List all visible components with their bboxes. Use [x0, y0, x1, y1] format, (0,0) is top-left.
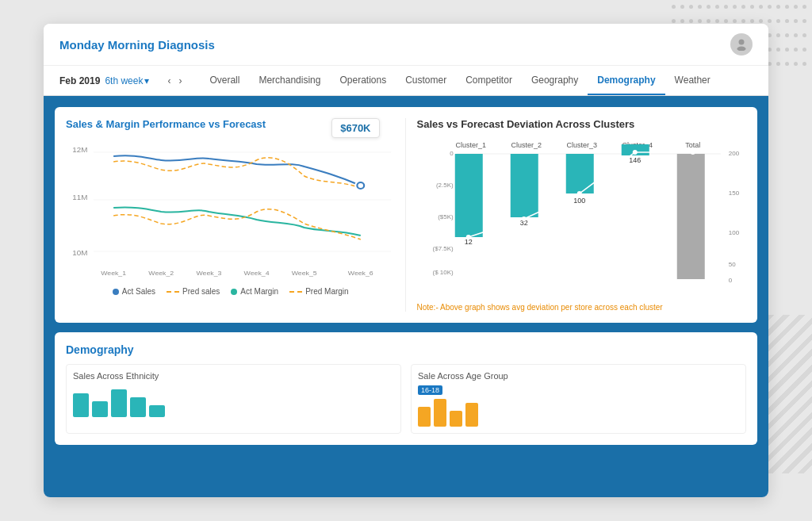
legend-pred-sales: Pred sales — [167, 287, 220, 296]
tab-demography[interactable]: Demography — [588, 66, 665, 95]
bottom-section: Demography Sales Across Ethnicity Sale A… — [55, 332, 757, 445]
svg-point-45 — [690, 150, 695, 155]
svg-text:Cluster_2: Cluster_2 — [511, 141, 542, 149]
tab-customer[interactable]: Customer — [396, 66, 456, 95]
main-card: Monday Morning Diagnosis Feb 2019 6th we… — [44, 24, 768, 497]
svg-text:Week_2: Week_2 — [148, 269, 174, 277]
svg-point-41 — [465, 235, 470, 239]
line-chart-svg: 12M 11M 10M Week_1 Week_2 Week_3 Week_4 … — [66, 136, 396, 279]
content-area: Sales & Margin Performance vs Forecast $… — [44, 96, 768, 497]
svg-text:Week_3: Week_3 — [196, 269, 221, 277]
svg-text:(2.5K): (2.5K) — [435, 182, 453, 189]
bottom-charts-row: Sales Across Ethnicity Sale Across Age G… — [66, 364, 746, 434]
svg-text:146: 146 — [629, 156, 641, 164]
tab-merchandising[interactable]: Merchandising — [249, 66, 330, 95]
date-label: Feb 2019 — [59, 75, 100, 86]
legend-pred-margin: Pred Margin — [289, 287, 348, 296]
svg-text:100: 100 — [728, 229, 739, 236]
svg-text:10M: 10M — [72, 248, 87, 256]
avatar[interactable] — [730, 33, 753, 56]
svg-text:($5K): ($5K) — [438, 213, 454, 220]
svg-text:12M: 12M — [72, 145, 87, 153]
svg-text:Week_5: Week_5 — [292, 269, 317, 277]
legend-act-sales: Act Sales — [113, 287, 155, 296]
age-bars — [418, 395, 739, 427]
right-chart: Sales vs Forecast Deviation Across Clust… — [405, 118, 747, 312]
date-filter: Feb 2019 6th week ▾ — [59, 75, 149, 86]
nav-arrows: ‹ › — [165, 74, 184, 88]
svg-rect-32 — [454, 154, 482, 237]
svg-text:11M: 11M — [72, 193, 87, 201]
svg-text:0: 0 — [728, 277, 732, 284]
legend-act-margin: Act Margin — [231, 287, 278, 296]
tab-weather[interactable]: Weather — [665, 66, 720, 95]
prev-arrow[interactable]: ‹ — [165, 74, 173, 88]
ethnicity-bars — [73, 385, 394, 417]
svg-rect-36 — [565, 154, 593, 193]
svg-text:Cluster_1: Cluster_1 — [455, 141, 486, 149]
nav-bar: Feb 2019 6th week ▾ ‹ › Overall Merchand… — [44, 66, 768, 96]
ethnicity-chart: Sales Across Ethnicity — [66, 364, 401, 434]
chart-note: Note:- Above graph shows avg deviation p… — [417, 303, 747, 312]
svg-text:Week_6: Week_6 — [348, 269, 373, 277]
svg-text:($ 10K): ($ 10K) — [432, 269, 454, 276]
svg-text:50: 50 — [728, 261, 735, 268]
svg-point-44 — [632, 150, 637, 155]
ethnicity-chart-title: Sales Across Ethnicity — [73, 371, 394, 381]
svg-text:0: 0 — [450, 150, 454, 157]
svg-text:150: 150 — [728, 190, 739, 197]
tab-geography[interactable]: Geography — [522, 66, 588, 95]
svg-rect-34 — [510, 154, 538, 217]
svg-point-43 — [576, 191, 581, 196]
svg-rect-40 — [676, 154, 704, 279]
svg-text:Total: Total — [685, 141, 700, 149]
charts-row: Sales & Margin Performance vs Forecast $… — [55, 107, 757, 323]
week-selector[interactable]: 6th week ▾ — [105, 75, 149, 86]
age-group-chart: Sale Across Age Group 16-18 — [411, 364, 746, 434]
right-chart-title: Sales vs Forecast Deviation Across Clust… — [417, 118, 747, 130]
svg-point-15 — [358, 183, 363, 188]
chart-legend: Act Sales Pred sales Act Margin Pred Mar… — [66, 287, 396, 296]
svg-point-0 — [739, 40, 745, 45]
svg-text:Week_4: Week_4 — [244, 269, 270, 277]
tab-operations[interactable]: Operations — [330, 66, 396, 95]
bar-chart-svg: Cluster_1 Cluster_2 Cluster_3 Cluster_4 … — [417, 136, 747, 295]
svg-text:Cluster_3: Cluster_3 — [566, 141, 597, 149]
svg-point-42 — [521, 216, 526, 221]
svg-text:($7.5K): ($7.5K) — [432, 245, 454, 252]
svg-point-1 — [737, 47, 746, 52]
tab-competitor[interactable]: Competitor — [456, 66, 522, 95]
age-badge: 16-18 — [418, 385, 442, 395]
age-group-chart-title: Sale Across Age Group — [418, 371, 739, 381]
tab-overall[interactable]: Overall — [200, 66, 249, 95]
svg-text:200: 200 — [728, 150, 739, 157]
app-title: Monday Morning Diagnosis — [59, 38, 730, 52]
nav-tabs: Overall Merchandising Operations Custome… — [200, 66, 719, 95]
price-badge: $670K — [331, 118, 379, 138]
next-arrow[interactable]: › — [176, 74, 184, 88]
svg-text:100: 100 — [573, 197, 585, 205]
svg-text:Week_1: Week_1 — [101, 269, 126, 277]
demography-title: Demography — [66, 343, 746, 356]
header: Monday Morning Diagnosis — [44, 24, 768, 66]
left-chart: Sales & Margin Performance vs Forecast $… — [66, 118, 396, 312]
